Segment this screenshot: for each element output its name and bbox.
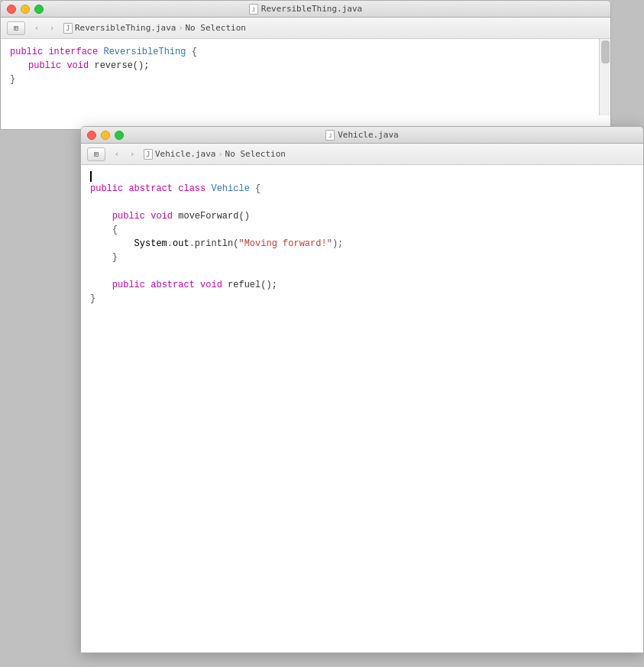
code-line: System.out.println("Moving forward!"); [90, 237, 634, 251]
file-icon-1: J [249, 4, 258, 15]
file-icon-2: J [325, 130, 335, 141]
code-line: { [90, 223, 634, 237]
breadcrumb-file-1[interactable]: ReversibleThing.java [75, 23, 176, 33]
breadcrumb-sep-1: › [178, 24, 183, 32]
code-line: public void reverse(); [10, 59, 601, 73]
nav-1: ‹ › [30, 21, 59, 35]
nav-2: ‹ › [110, 147, 139, 161]
back-btn-1[interactable]: ‹ [30, 21, 44, 35]
grid-icon-2: ⊞ [94, 150, 99, 158]
window-controls-2 [87, 131, 124, 140]
back-btn-2[interactable]: ‹ [110, 147, 124, 161]
grid-btn-2[interactable]: ⊞ [87, 147, 105, 161]
code-editor-2[interactable]: public abstract class Vehicle { public v… [81, 165, 643, 312]
code-line: public void moveForward() [90, 209, 634, 223]
code-line: public abstract class Vehicle { [90, 182, 634, 196]
toolbar-2: ⊞ ‹ › J Vehicle.java › No Selection [81, 144, 643, 165]
grid-btn-1[interactable]: ⊞ [7, 21, 25, 35]
toolbar-1: ⊞ ‹ › J ReversibleThing.java › No Select… [1, 18, 610, 39]
maximize-button-2[interactable] [115, 131, 124, 140]
close-button-1[interactable] [7, 5, 16, 14]
code-line: } [10, 73, 601, 86]
breadcrumb-file-2[interactable]: Vehicle.java [155, 149, 215, 159]
window-vehicle: J Vehicle.java ⊞ ‹ › J Vehicle.java › No… [80, 126, 644, 653]
breadcrumb-sep-2: › [218, 150, 222, 158]
code-line: } [90, 292, 634, 306]
forward-btn-2[interactable]: › [125, 147, 139, 161]
breadcrumb-file-icon-2: J [144, 149, 153, 160]
code-line [90, 196, 634, 209]
code-editor-1[interactable]: public interface ReversibleThing { publi… [1, 39, 610, 92]
title-label-2: Vehicle.java [338, 130, 398, 140]
breadcrumb-selection-1[interactable]: No Selection [185, 23, 245, 33]
title-label-1: ReversibleThing.java [261, 4, 362, 14]
grid-icon-1: ⊞ [14, 24, 18, 32]
breadcrumb-selection-2[interactable]: No Selection [225, 149, 286, 159]
window-reversible-thing: J ReversibleThing.java ⊞ ‹ › J Reversibl… [0, 0, 611, 130]
cursor-line [90, 171, 634, 182]
forward-btn-1[interactable]: › [45, 21, 59, 35]
breadcrumb-1: J ReversibleThing.java › No Selection [63, 23, 246, 34]
code-line [90, 264, 634, 278]
close-button-2[interactable] [87, 131, 96, 140]
scrollbar-1[interactable] [599, 39, 610, 115]
titlebar-1: J ReversibleThing.java [1, 1, 610, 18]
breadcrumb-2: J Vehicle.java › No Selection [144, 149, 286, 160]
maximize-button-1[interactable] [34, 5, 44, 14]
titlebar-2: J Vehicle.java [81, 127, 643, 144]
scrollbar-thumb-1[interactable] [601, 40, 610, 63]
window-title-2: J Vehicle.java [325, 130, 398, 141]
code-line: public interface ReversibleThing { [10, 45, 601, 59]
code-line: } [90, 251, 634, 264]
minimize-button-1[interactable] [21, 5, 30, 14]
code-line: public abstract void refuel(); [90, 278, 634, 292]
text-cursor [90, 171, 92, 182]
breadcrumb-file-icon-1: J [63, 23, 73, 34]
window-controls-1 [7, 5, 44, 14]
window-title-1: J ReversibleThing.java [249, 4, 362, 15]
minimize-button-2[interactable] [101, 131, 110, 140]
